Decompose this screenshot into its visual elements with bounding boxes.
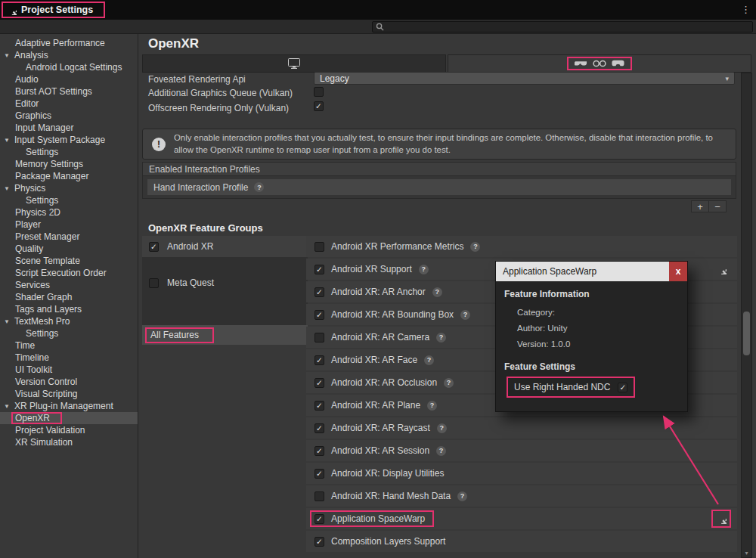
sidebar-item[interactable]: Analysis — [0, 49, 138, 61]
sidebar-item[interactable]: Services — [0, 279, 138, 291]
sidebar-item-label: Services — [11, 279, 62, 291]
feature-checkbox[interactable] — [314, 378, 324, 388]
sidebar-item[interactable]: Input System Package — [0, 134, 138, 146]
sidebar-item[interactable]: TextMesh Pro — [0, 315, 138, 327]
sidebar-item[interactable]: Physics 2D — [0, 206, 138, 219]
feature-label: Android XR: AR Session — [331, 445, 429, 456]
help-icon[interactable] — [436, 333, 446, 343]
sidebar-item[interactable]: Time — [0, 339, 138, 352]
close-icon[interactable]: x — [669, 262, 687, 281]
feature-toggle-group: Android XR: AR Face — [310, 352, 443, 368]
sidebar-item[interactable]: OpenXR — [0, 412, 138, 424]
feature-checkbox[interactable] — [314, 355, 324, 365]
feature-checkbox[interactable] — [314, 265, 324, 274]
sidebar-item[interactable]: Script Execution Order — [0, 267, 138, 279]
help-icon[interactable] — [460, 310, 470, 320]
annotation-box-window-title: Project Settings — [2, 2, 105, 18]
sidebar-item[interactable]: Adaptive Performance — [0, 37, 138, 49]
sidebar-item[interactable]: Input Manager — [0, 122, 138, 134]
feature-checkbox[interactable] — [314, 423, 324, 433]
search-input[interactable] — [372, 21, 753, 33]
scroll-down-arrow-icon[interactable]: ▾ — [742, 550, 751, 556]
sidebar-item[interactable]: Package Manager — [0, 170, 138, 182]
feature-gear-button[interactable] — [711, 260, 731, 278]
help-icon[interactable] — [424, 355, 434, 365]
sidebar-item[interactable]: Settings — [0, 146, 138, 158]
sidebar-item[interactable]: Audio — [0, 73, 138, 85]
feature-group-row[interactable]: Android XR — [142, 236, 308, 257]
use-right-handed-ndc-label: Use Right Handed NDC — [514, 382, 610, 392]
additional-graphics-queue-checkbox[interactable] — [314, 87, 324, 97]
add-profile-button[interactable]: + — [692, 201, 708, 212]
sidebar-item[interactable]: Tags and Layers — [0, 303, 138, 315]
sidebar-item[interactable]: Editor — [0, 98, 138, 110]
sidebar-item[interactable]: XR Plug-in Management — [0, 400, 138, 412]
sidebar-item[interactable]: Quality — [0, 243, 138, 255]
feature-group-checkbox[interactable] — [149, 242, 159, 252]
help-icon[interactable] — [470, 242, 480, 252]
tab-desktop[interactable] — [142, 54, 446, 73]
all-features-button[interactable]: All Features — [142, 325, 308, 345]
sidebar-item[interactable]: Graphics — [0, 110, 138, 122]
help-icon[interactable] — [436, 446, 446, 456]
feature-gear-button[interactable] — [711, 510, 731, 528]
feature-toggle-group: Android XR: Hand Mesh Data — [310, 488, 476, 504]
feature-checkbox[interactable] — [314, 401, 324, 411]
feature-checkbox[interactable] — [314, 310, 324, 320]
feature-checkbox[interactable] — [314, 333, 324, 343]
remove-profile-button[interactable]: − — [708, 201, 726, 212]
tab-xr-devices[interactable] — [448, 54, 751, 73]
offscreen-rendering-checkbox[interactable] — [314, 101, 324, 111]
sidebar-item[interactable]: XR Simulation — [0, 436, 138, 448]
feature-checkbox[interactable] — [314, 287, 324, 297]
kebab-menu-icon[interactable]: ⋮ — [741, 4, 751, 15]
feature-checkbox[interactable] — [314, 514, 324, 524]
feature-row[interactable]: Android XR: Display Utilities — [306, 463, 737, 484]
scrollbar-thumb[interactable] — [743, 312, 750, 355]
feature-toggle-group: Android XR: AR Raycast — [310, 420, 456, 436]
feature-row[interactable]: Application SpaceWarp — [306, 508, 737, 529]
feature-row[interactable]: Android XR Performance Metrics — [306, 236, 737, 257]
sidebar-item[interactable]: Player — [0, 219, 138, 231]
feature-row[interactable]: Android XR: AR Session — [306, 440, 737, 461]
feature-checkbox[interactable] — [314, 242, 324, 252]
feature-checkbox[interactable] — [314, 537, 324, 547]
feature-row[interactable]: Android XR: AR Raycast — [306, 417, 737, 439]
foveated-rendering-dropdown[interactable]: Legacy ▾ — [314, 72, 735, 85]
sidebar-item[interactable]: Settings — [0, 194, 138, 206]
sidebar-item[interactable]: Visual Scripting — [0, 388, 138, 400]
feature-group-checkbox[interactable] — [149, 278, 159, 288]
feature-checkbox[interactable] — [314, 469, 324, 479]
feature-checkbox[interactable] — [314, 446, 324, 456]
help-icon[interactable] — [444, 378, 454, 388]
sidebar-item-label: Analysis — [11, 49, 60, 61]
sidebar-item[interactable]: Scene Template — [0, 255, 138, 267]
vertical-scrollbar[interactable]: ▾ — [741, 73, 752, 558]
sidebar-item[interactable]: Version Control — [0, 376, 138, 388]
help-icon[interactable] — [437, 423, 447, 433]
help-icon[interactable] — [254, 182, 264, 192]
sidebar-item[interactable]: Preset Manager — [0, 231, 138, 243]
sidebar-item[interactable]: Settings — [0, 327, 138, 339]
feature-row[interactable]: Android XR: Hand Mesh Data — [306, 485, 737, 507]
help-icon[interactable] — [432, 287, 442, 297]
use-right-handed-ndc-checkbox[interactable] — [618, 383, 627, 392]
feature-checkbox[interactable] — [314, 491, 324, 501]
interaction-profile-row[interactable]: Hand Interaction Profile — [147, 179, 731, 195]
sidebar-item[interactable]: Physics — [0, 182, 138, 194]
sidebar-item[interactable]: Project Validation — [0, 424, 138, 436]
help-icon[interactable] — [457, 491, 467, 501]
feature-row[interactable]: Composition Layers Support — [306, 531, 737, 552]
sidebar-item[interactable]: Burst AOT Settings — [0, 85, 138, 98]
feature-label: Android XR: AR Camera — [331, 332, 429, 343]
gear-icon — [716, 513, 727, 524]
sidebar-item[interactable]: Timeline — [0, 352, 138, 364]
help-icon[interactable] — [427, 401, 437, 411]
sidebar-item[interactable]: Shader Graph — [0, 291, 138, 303]
sidebar-item[interactable]: Android Logcat Settings — [0, 61, 138, 73]
sidebar-item[interactable]: Memory Settings — [0, 158, 138, 170]
feature-group-row[interactable]: Meta Quest — [142, 272, 308, 293]
goggles-icon — [593, 59, 606, 68]
help-icon[interactable] — [419, 265, 429, 274]
sidebar-item[interactable]: UI Toolkit — [0, 364, 138, 376]
